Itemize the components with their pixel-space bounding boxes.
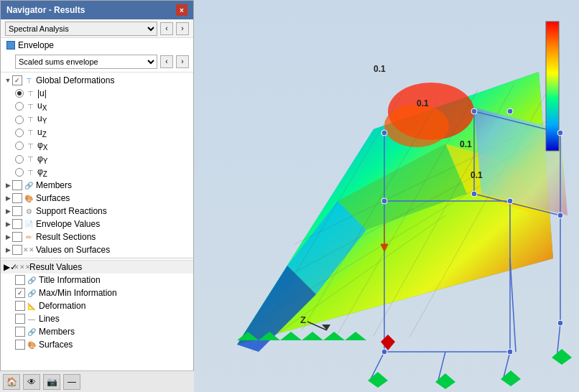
icon-members: 🔗 xyxy=(24,180,34,190)
check-lines[interactable] xyxy=(15,314,25,324)
3d-view-svg: 0.1 0.1 0.1 0.1 Z xyxy=(194,0,579,392)
radio-ux[interactable] xyxy=(15,102,24,111)
icon-envelope-values: 📄 xyxy=(24,219,34,229)
label-support-reactions: Support Reactions xyxy=(36,206,107,216)
icon-global-deformations: ⊤ xyxy=(24,75,34,85)
close-button[interactable]: × xyxy=(176,4,187,16)
label-title-info: Title Information xyxy=(39,275,101,285)
label-surfaces: Surfaces xyxy=(36,193,70,203)
check-members2[interactable] xyxy=(15,327,25,337)
icon-ux: ⊤ xyxy=(25,101,35,111)
tree-item-ux[interactable]: ⊤ uX xyxy=(1,100,193,113)
tree-item-global-deformations[interactable]: ▼ ✓ ⊤ Global Deformations xyxy=(1,74,193,87)
tree-item-values-on-surfaces[interactable]: ▶ ✕✕ Values on Surfaces xyxy=(1,243,193,256)
contour-label-2: 0.1 xyxy=(417,98,429,108)
svg-point-41 xyxy=(381,349,387,355)
svg-point-38 xyxy=(507,198,513,204)
svg-point-42 xyxy=(507,349,513,355)
label-ux: uX xyxy=(37,101,47,112)
tree-item-lines[interactable]: — Lines xyxy=(1,312,193,325)
check-surfaces[interactable] xyxy=(12,193,22,203)
check-maxmin-info[interactable]: ✓ xyxy=(15,288,25,298)
icon-support-reactions: ⚙ xyxy=(24,206,34,216)
check-global-deformations[interactable]: ✓ xyxy=(12,75,22,85)
label-members2: Members xyxy=(39,327,75,337)
icon-phiy: ⊤ xyxy=(25,154,35,164)
check-title-info[interactable] xyxy=(15,275,25,285)
bottom-toolbar: 🏠 👁 📷 — xyxy=(0,370,194,392)
label-maxmin-info: Max/Min Information xyxy=(39,288,117,298)
radio-phiz[interactable] xyxy=(15,168,24,177)
icon-surfaces: 🎨 xyxy=(24,193,34,203)
label-phiz: φZ xyxy=(37,167,47,178)
tree-item-surfaces2[interactable]: 🎨 Surfaces xyxy=(1,338,193,351)
hot-zone2 xyxy=(384,104,449,147)
title-bar: Navigator - Results × xyxy=(1,1,193,19)
tree-area: ▼ ✓ ⊤ Global Deformations ⊤ |u| ⊤ uX ⊤ u… xyxy=(1,73,193,391)
tree-item-deformation[interactable]: 📐 Deformation xyxy=(1,299,193,312)
envelope-label: Envelope xyxy=(18,40,54,50)
eye-button[interactable]: 👁 xyxy=(23,374,40,390)
tree-item-phix[interactable]: ⊤ φX xyxy=(1,139,193,152)
section-result-values[interactable]: ▶ ✓ ✕✕✕ Result Values xyxy=(1,260,193,274)
next-button[interactable]: › xyxy=(176,22,189,35)
icon-lines: — xyxy=(27,314,37,324)
arrow-values-on-surfaces: ▶ xyxy=(4,246,12,253)
radio-uy[interactable] xyxy=(15,116,24,124)
tree-item-surfaces[interactable]: ▶ 🎨 Surfaces xyxy=(1,192,193,205)
tree-item-members2[interactable]: 🔗 Members xyxy=(1,325,193,338)
contour-label-3: 0.1 xyxy=(460,139,472,149)
svg-point-33 xyxy=(381,130,387,136)
check-support-reactions[interactable] xyxy=(12,206,22,216)
tree-item-title-info[interactable]: 🔗 Title Information xyxy=(1,274,193,286)
envelope-section: Envelope xyxy=(1,38,193,52)
prev-button[interactable]: ‹ xyxy=(160,22,173,35)
tree-item-phiz[interactable]: ⊤ φZ xyxy=(1,166,193,179)
section-divider xyxy=(1,258,193,258)
label-result-sections: Result Sections xyxy=(36,232,96,242)
check-surfaces2[interactable] xyxy=(15,340,25,350)
tree-item-phiy[interactable]: ⊤ φY xyxy=(1,153,193,166)
tree-item-support-reactions[interactable]: ▶ ⚙ Support Reactions xyxy=(1,205,193,218)
icon-surfaces2: 🎨 xyxy=(27,340,37,350)
tree-item-uz[interactable]: ⊤ uZ xyxy=(1,126,193,139)
pin-button[interactable]: — xyxy=(63,374,80,390)
radio-uz[interactable] xyxy=(15,129,24,137)
label-uz: uZ xyxy=(37,127,47,139)
check-result-sections[interactable] xyxy=(12,232,22,242)
scaled-sums-prev[interactable]: ‹ xyxy=(160,55,173,68)
svg-point-40 xyxy=(557,213,563,218)
label-envelope-values: Envelope Values xyxy=(36,219,100,229)
tree-item-uy[interactable]: ⊤ uY xyxy=(1,113,193,126)
arrow-envelope-values: ▶ xyxy=(4,220,12,228)
panel-title: Navigator - Results xyxy=(6,5,85,15)
tree-item-envelope-values[interactable]: ▶ 📄 Envelope Values xyxy=(1,218,193,230)
radio-phix[interactable] xyxy=(15,141,24,150)
icon-result-values: ✕✕✕ xyxy=(17,262,27,272)
icon-values-on-surfaces: ✕✕ xyxy=(24,245,34,255)
home-button[interactable]: 🏠 xyxy=(3,374,20,390)
analysis-select[interactable]: Spectral Analysis xyxy=(5,22,157,36)
radio-u-abs[interactable] xyxy=(15,89,24,98)
radio-phiy[interactable] xyxy=(15,155,24,164)
label-uy: uY xyxy=(37,113,47,125)
icon-uz: ⊤ xyxy=(25,128,35,138)
tree-item-maxmin-info[interactable]: ✓ 🔗 Max/Min Information xyxy=(1,286,193,299)
icon-phix: ⊤ xyxy=(25,141,35,151)
svg-point-34 xyxy=(507,108,513,114)
contour-label-1: 0.1 xyxy=(374,64,386,74)
label-u-abs: |u| xyxy=(37,88,47,98)
svg-point-36 xyxy=(557,130,563,136)
arrow-members: ▶ xyxy=(4,182,12,189)
tree-item-u-abs[interactable]: ⊤ |u| xyxy=(1,87,193,100)
scaled-sums-select[interactable]: Scaled sums envelope xyxy=(15,55,157,69)
check-values-on-surfaces[interactable] xyxy=(12,245,22,255)
check-members[interactable] xyxy=(12,180,22,190)
tree-item-members[interactable]: ▶ 🔗 Members xyxy=(1,179,193,192)
contour-label-4: 0.1 xyxy=(471,170,483,180)
tree-item-result-sections[interactable]: ▶ ✏ Result Sections xyxy=(1,230,193,243)
scaled-sums-next[interactable]: › xyxy=(176,55,189,68)
check-deformation[interactable] xyxy=(15,301,25,311)
camera-button[interactable]: 📷 xyxy=(43,374,60,390)
check-envelope-values[interactable] xyxy=(12,219,22,229)
